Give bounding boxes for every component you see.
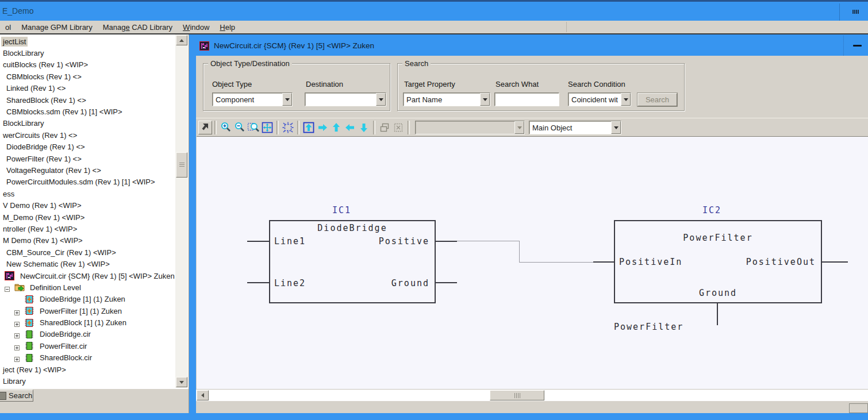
chevron-down-icon xyxy=(285,98,290,101)
tree-item-diodebridge-rev-1[interactable]: DiodeBridge (Rev 1) <> xyxy=(0,141,174,153)
tree-item-linked-rev-1[interactable]: Linked (Rev 1) <> xyxy=(0,83,174,94)
tree-item-v-demo-rev-1-wip[interactable]: V Demo (Rev 1) <WIP> xyxy=(0,199,174,211)
wire-stub[interactable] xyxy=(247,241,269,242)
expand-icon[interactable] xyxy=(14,332,21,337)
tree-item-label: NewCircuit.cir {SCM} (Rev 1) [5] <WIP> Z… xyxy=(18,271,176,281)
menu-item-ol[interactable]: ol xyxy=(0,22,16,33)
dropdown-arrow-button[interactable] xyxy=(611,121,621,134)
tree-item-powercircuitmodules-sdm-rev-1-1-wip[interactable]: PowerCircuitModules.sdm (Rev 1) [1] <WIP… xyxy=(0,176,174,188)
expand-icon[interactable] xyxy=(14,355,21,360)
tree-item-m-demo-rev-1-wip[interactable]: M_Demo (Rev 1) <WIP> xyxy=(0,211,174,223)
overlap-windows-button[interactable] xyxy=(378,121,391,134)
tree-item-blocklibrary[interactable]: BlockLibrary xyxy=(0,47,174,59)
zoom-fit-button[interactable] xyxy=(260,121,274,134)
tree-item-cbmblocks-rev-1[interactable]: CBMblocks (Rev 1) <> xyxy=(0,71,174,82)
object-type-dropdown[interactable]: Component xyxy=(212,93,293,106)
expand-icon[interactable] xyxy=(14,309,21,314)
up-hierarchy-button[interactable] xyxy=(302,121,316,134)
wire-stub[interactable] xyxy=(593,261,614,263)
pan-left-button[interactable] xyxy=(343,121,357,134)
collapse-icon[interactable] xyxy=(5,285,11,290)
zoom-previous-button[interactable] xyxy=(247,121,260,134)
wire-stub[interactable] xyxy=(436,241,457,242)
wire-stub[interactable] xyxy=(247,282,269,283)
tree-item-jectlist[interactable]: jectList xyxy=(0,36,174,47)
dropdown-arrow-button[interactable] xyxy=(282,93,292,106)
target-property-dropdown[interactable]: Part Name xyxy=(403,93,490,106)
wire-stub[interactable] xyxy=(822,261,848,263)
menu-item-help[interactable]: Help xyxy=(214,22,240,33)
hscrollbar-thumb[interactable] xyxy=(490,390,544,400)
tree-item-powerfilter-cir[interactable]: PowerFilter.cir xyxy=(0,340,174,352)
tree-scrollbar[interactable] xyxy=(175,34,188,388)
dropdown-arrow-button[interactable] xyxy=(621,93,631,106)
tree-item-newcircuit-cir-scm-rev-1-5-wip-zuken[interactable]: NewCircuit.cir {SCM} (Rev 1) [5] <WIP> Z… xyxy=(0,270,174,282)
tree-item-wercircuits-rev-1[interactable]: werCircuits (Rev 1) <> xyxy=(0,129,174,141)
expand-icon[interactable] xyxy=(14,320,21,325)
scroll-left-button[interactable] xyxy=(197,390,209,400)
tree-item-powerfilter-rev-1[interactable]: PowerFilter (Rev 1) <> xyxy=(0,153,174,164)
select-arrow-button[interactable] xyxy=(198,121,212,134)
expand-icon[interactable] xyxy=(14,344,21,349)
tree-item-ess[interactable]: ess xyxy=(0,188,174,199)
tree-scrollbar-thumb[interactable] xyxy=(176,152,187,178)
schematic-canvas[interactable]: IC1 DiodeBridge Line1 Positive Line2 Gro… xyxy=(197,136,868,389)
tree-item-definition-level[interactable]: Definition Level xyxy=(0,282,174,293)
wire-stub[interactable] xyxy=(436,282,457,283)
tree-item-diodebridge-cir[interactable]: DiodeBridge.cir xyxy=(0,329,174,340)
redraw-button[interactable] xyxy=(281,121,295,134)
tree-item-m-demo-rev-1-wip[interactable]: M Demo (Rev 1) <WIP> xyxy=(0,235,174,246)
panel-tab-strip: Search xyxy=(0,389,189,413)
scroll-up-button[interactable] xyxy=(176,35,187,45)
tree-item-label: VoltageRegulator (Rev 1) <> xyxy=(5,165,103,175)
fit-window-button[interactable] xyxy=(391,121,405,134)
dropdown-arrow-button[interactable] xyxy=(376,93,386,106)
main-titlebar: E_Demo xyxy=(0,0,868,21)
toolbar-disabled-combo[interactable] xyxy=(415,121,525,134)
net-wire[interactable] xyxy=(457,241,519,241)
zoom-out-button[interactable] xyxy=(233,121,247,134)
net-wire[interactable] xyxy=(519,241,520,262)
tab-search[interactable]: Search xyxy=(0,390,33,402)
search-what-input[interactable] xyxy=(494,93,559,106)
menu-item-manage-cad-library[interactable]: Manage CAD Library xyxy=(98,22,178,33)
pan-up-button[interactable] xyxy=(329,121,343,134)
dropdown-arrow-button[interactable] xyxy=(514,121,524,134)
pan-down-button[interactable] xyxy=(357,121,371,134)
net-wire[interactable] xyxy=(519,262,593,263)
search-button[interactable]: Search xyxy=(637,93,677,106)
ground-wire[interactable] xyxy=(717,303,718,325)
zoom-in-button[interactable] xyxy=(219,121,233,134)
menu-item-manage-gpm-library[interactable]: Manage GPM Library xyxy=(16,22,98,33)
ic2-block[interactable]: PowerFilter PositiveIn PositiveOut Groun… xyxy=(614,220,822,303)
destination-dropdown[interactable] xyxy=(305,93,386,106)
tree-item-voltageregulator-rev-1[interactable]: VoltageRegulator (Rev 1) <> xyxy=(0,164,174,176)
tree-item-cbmblocks-sdm-rev-1-1-wip[interactable]: CBMblocks.sdm (Rev 1) [1] <WIP> xyxy=(0,106,174,117)
tree-item-sharedblock-1-1-zuken[interactable]: SharedBlock [1] (1) Zuken xyxy=(0,317,174,328)
tree-item-label: Library xyxy=(1,376,28,386)
tree-item-ject-rev-1-wip[interactable]: ject (Rev 1) <WIP> xyxy=(0,364,174,375)
menu-item-window[interactable]: Window xyxy=(178,22,214,33)
tree-item-blocklibrary[interactable]: BlockLibrary xyxy=(0,118,174,129)
chevron-down-icon xyxy=(483,98,487,101)
pan-right-button[interactable] xyxy=(316,121,329,134)
dropdown-arrow-button[interactable] xyxy=(480,93,490,106)
tree-item-powerfilter-1-1-zuken[interactable]: PowerFilter [1] (1) Zuken xyxy=(0,305,174,317)
tree-item-cbm-source-cir-rev-1-wip[interactable]: CBM_Source_Cir (Rev 1) <WIP> xyxy=(0,246,174,258)
ic1-block[interactable]: DiodeBridge Line1 Positive Line2 Ground xyxy=(269,220,436,303)
document-titlebar[interactable]: NewCircuit.cir {SCM} (Rev 1) [5] <WIP> Z… xyxy=(196,36,868,56)
tab-search-label: Search xyxy=(9,391,32,400)
scroll-down-button[interactable] xyxy=(176,377,187,387)
search-condition-dropdown[interactable]: Coincident wit xyxy=(568,93,631,106)
tree-item-ntroller-rev-1-wip[interactable]: ntroller (Rev 1) <WIP> xyxy=(0,223,174,234)
tree-item-sharedblock-cir[interactable]: SharedBlock.cir xyxy=(0,352,174,364)
tree-item-diodebridge-1-1-zuken[interactable]: DiodeBridge [1] (1) Zuken xyxy=(0,294,174,305)
tree-item-sharedblock-rev-1[interactable]: SharedBlock (Rev 1) <> xyxy=(0,94,174,106)
view-mode-dropdown[interactable]: Main Object xyxy=(529,121,621,134)
canvas-hscrollbar[interactable] xyxy=(196,389,868,401)
tree-item-cuitblocks-rev-1-wip[interactable]: cuitBlocks (Rev 1) <WIP> xyxy=(0,59,174,71)
tree-item-library[interactable]: Library xyxy=(0,375,174,387)
tree-item-new-schematic-rev-1-wip[interactable]: New Schematic (Rev 1) <WIP> xyxy=(0,258,174,269)
minimize-button[interactable] xyxy=(844,36,868,56)
size-grip[interactable] xyxy=(849,403,868,413)
